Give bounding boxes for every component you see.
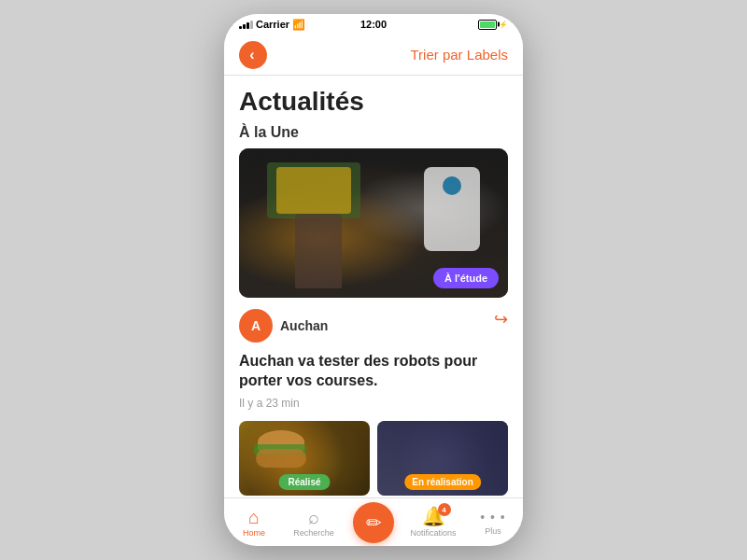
status-bar: Carrier 📶 12:00 ⚡ <box>224 14 523 35</box>
notif-wrapper: 🔔 4 <box>422 507 445 526</box>
article-source: Auchan <box>280 318 328 333</box>
badge-realise: Réalisé <box>278 474 330 490</box>
search-icon: ⌕ <box>308 508 319 526</box>
tab-bar: ⌂ Home ⌕ Recherche ✏ 🔔 4 Notifications •… <box>224 497 523 546</box>
tab-home-label: Home <box>243 528 265 538</box>
battery-icon: ⚡ <box>478 20 508 30</box>
tab-notifications[interactable]: 🔔 4 Notifications <box>403 498 463 546</box>
tab-home[interactable]: ⌂ Home <box>224 498 284 546</box>
article-title[interactable]: Auchan va tester des robots pour porter … <box>224 346 523 395</box>
wifi-icon: 📶 <box>292 19 305 31</box>
featured-badge: À l'étude <box>433 268 499 288</box>
phone-frame: Carrier 📶 12:00 ⚡ ‹ Trier par Labels Act… <box>224 14 523 546</box>
filter-label[interactable]: Trier par Labels <box>411 47 509 63</box>
article-time: Il y a 23 min <box>224 395 523 421</box>
card-en-realisation[interactable]: En réalisation <box>377 421 508 496</box>
tab-more[interactable]: • • • Plus <box>463 498 523 546</box>
signal-bars <box>239 21 253 29</box>
status-time: 12:00 <box>360 19 387 30</box>
back-arrow-icon: ‹ <box>249 47 254 63</box>
cards-row: Réalisé En réalisation <box>224 421 523 496</box>
page-title: Actualités <box>224 76 523 120</box>
share-icon[interactable]: ↪ <box>494 309 508 329</box>
article-meta: A Auchan <box>239 309 328 343</box>
fab-button[interactable]: ✏ <box>353 502 394 543</box>
source-initial: A <box>251 318 261 333</box>
more-icon: • • • <box>480 510 505 525</box>
notification-badge: 4 <box>438 503 451 516</box>
tab-search[interactable]: ⌕ Recherche <box>284 498 344 546</box>
status-right: ⚡ <box>478 20 508 30</box>
card-realise[interactable]: Réalisé <box>239 421 370 496</box>
tab-search-label: Recherche <box>293 528 334 538</box>
main-content: Actualités À la Une À l'étude A Auchan <box>224 76 523 497</box>
back-button[interactable]: ‹ <box>239 41 267 69</box>
source-logo: A <box>239 309 273 343</box>
nav-bar: ‹ Trier par Labels <box>224 35 523 76</box>
home-icon: ⌂ <box>248 508 260 526</box>
tab-fab-item[interactable]: ✏ <box>344 498 403 546</box>
carrier-label: Carrier <box>256 19 289 30</box>
tab-more-label: Plus <box>485 526 501 536</box>
featured-image-container[interactable]: À l'étude <box>239 148 508 298</box>
article-info: A Auchan ↪ <box>224 298 523 346</box>
tab-notif-label: Notifications <box>410 528 456 538</box>
section-title: À la Une <box>224 120 523 148</box>
fab-icon: ✏ <box>366 511 382 534</box>
badge-en-realisation: En réalisation <box>404 474 481 490</box>
status-left: Carrier 📶 <box>239 19 305 31</box>
